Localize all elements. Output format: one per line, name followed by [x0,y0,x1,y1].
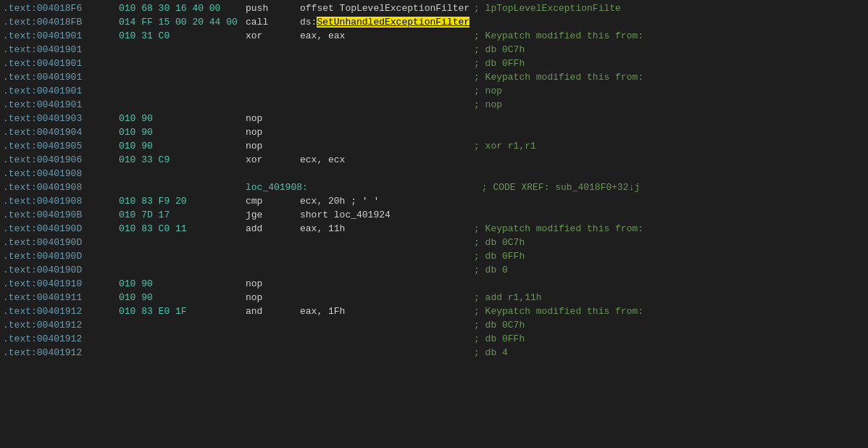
operands-cell: ds:SetUnhandledExceptionFilter [300,15,474,29]
table-row: .text:00401901010 31 C0xoreax, eax; Keyp… [0,29,868,43]
table-row: .text:00401901; db 0FFh [0,57,868,70]
comment-cell: ; Keypatch modified this from: [474,304,643,318]
comment-cell: ; Keypatch modified this from: [474,29,643,43]
bytes-cell: 010 83 E0 1F [119,304,246,318]
table-row: .text:00401901; nop [0,84,868,98]
mnemonic-cell: cmp [246,194,300,208]
operands-cell: offset TopLevelExceptionFilter [300,1,474,15]
address-cell: .text:00401908 [3,194,119,208]
address-cell: .text:00401904 [3,125,119,139]
operands-cell: ecx, ecx [300,153,474,167]
mnemonic-cell: nop [246,125,300,139]
bytes-cell: 010 90 [119,277,246,291]
table-row: .text:004018F6010 68 30 16 40 00pushoffs… [0,1,868,15]
table-row: .text:00401911010 90nop; add r1,11h [0,291,868,304]
bytes-cell: 010 90 [119,125,246,139]
table-row: .text:00401912010 83 E0 1Fandeax, 1Fh; K… [0,304,868,318]
address-cell: .text:0040190B [3,208,119,222]
comment-cell: ; nop [474,98,502,112]
bytes-cell: 010 83 F9 20 [119,194,246,208]
bytes-cell: 010 90 [119,291,246,304]
table-row: .text:0040190B010 7D 17jgeshort loc_4019… [0,208,868,222]
mnemonic-cell: xor [246,29,300,43]
table-row: .text:00401910010 90nop [0,277,868,291]
mnemonic-cell: nop [246,112,300,125]
operands-cell: eax, 11h [300,222,474,236]
comment-cell: ; db 0 [474,263,508,277]
table-row: .text:00401901; nop [0,98,868,112]
table-row: .text:00401908 [0,167,868,181]
address-cell: .text:00401901 [3,98,119,112]
bytes-cell: 010 33 C9 [119,153,246,167]
comment-cell: ; db 0FFh [474,249,525,263]
address-cell: .text:00401910 [3,277,119,291]
table-row: .text:00401903010 90nop [0,112,868,125]
mnemonic-cell: push [246,1,300,15]
table-row: .text:00401912; db 4 [0,346,868,360]
address-cell: .text:00401901 [3,84,119,98]
bytes-cell: 010 7D 17 [119,208,246,222]
table-row: .text:00401901; Keypatch modified this f… [0,70,868,84]
address-cell: .text:00401908 [3,181,119,194]
bytes-cell: 010 68 30 16 40 00 [119,1,246,15]
mnemonic-cell: nop [246,277,300,291]
address-cell: .text:0040190D [3,236,119,249]
mnemonic-cell: add [246,222,300,236]
address-cell: .text:0040190D [3,263,119,277]
comment-cell: ; db 0C7h [474,43,525,57]
comment-cell: ; Keypatch modified this from: [474,222,643,236]
mnemonic-cell: xor [246,153,300,167]
table-row: .text:00401908010 83 F9 20cmpecx, 20h ; … [0,194,868,208]
address-cell: .text:00401903 [3,112,119,125]
comment-cell: ; Keypatch modified this from: [474,70,643,84]
bytes-cell: 010 83 C0 11 [119,222,246,236]
address-cell: .text:00401901 [3,43,119,57]
table-row: .text:0040190D; db 0 [0,263,868,277]
bytes-cell: 010 31 C0 [119,29,246,43]
operands-cell: short loc_401924 [300,208,474,222]
comment-cell: ; xor r1,r1 [474,139,536,153]
table-row: .text:004018FB014 FF 15 00 20 44 00calld… [0,15,868,29]
table-row: .text:00401906010 33 C9xorecx, ecx [0,153,868,167]
comment-cell: ; lpTopLevelExceptionFilte [474,1,621,15]
mnemonic-cell: and [246,304,300,318]
bytes-cell: 014 FF 15 00 20 44 00 [119,15,246,29]
table-row: .text:0040190D010 83 C0 11addeax, 11h; K… [0,222,868,236]
address-cell: .text:00401901 [3,29,119,43]
address-cell: .text:0040190D [3,249,119,263]
operands-cell: eax, eax [300,29,474,43]
table-row: .text:0040190D; db 0C7h [0,236,868,249]
address-cell: .text:00401908 [3,167,119,181]
address-cell: .text:00401911 [3,291,119,304]
address-cell: .text:00401912 [3,332,119,346]
address-cell: .text:004018F6 [3,1,119,15]
comment-cell: ; db 0FFh [474,332,525,346]
mnemonic-cell: call [246,15,300,29]
table-row: .text:00401901; db 0C7h [0,43,868,57]
comment-cell: ; CODE XREF: sub_4018F0+32↓j [482,181,640,194]
table-row: .text:00401912; db 0C7h [0,318,868,332]
table-row: .text:00401912; db 0FFh [0,332,868,346]
bytes-cell: 010 90 [119,139,246,153]
comment-cell: ; nop [474,84,502,98]
address-cell: .text:00401912 [3,346,119,360]
table-row: .text:00401905010 90nop; xor r1,r1 [0,139,868,153]
table-row: .text:00401908loc_401908:; CODE XREF: su… [0,181,868,194]
bytes-cell: 010 90 [119,112,246,125]
address-cell: .text:00401906 [3,153,119,167]
address-cell: .text:00401901 [3,57,119,70]
address-cell: .text:00401912 [3,318,119,332]
mnemonic-cell: nop [246,291,300,304]
table-row: .text:00401904010 90nop [0,125,868,139]
comment-cell: ; db 0C7h [474,318,525,332]
comment-cell: ; db 4 [474,346,508,360]
mnemonic-cell: nop [246,139,300,153]
mnemonic-cell: jge [246,208,300,222]
address-cell: .text:004018FB [3,15,119,29]
operands-cell: ecx, 20h ; ' ' [300,194,474,208]
comment-cell: ; add r1,11h [474,291,542,304]
table-row: .text:0040190D; db 0FFh [0,249,868,263]
address-cell: .text:00401905 [3,139,119,153]
operands-cell: eax, 1Fh [300,304,474,318]
comment-cell: ; db 0C7h [474,236,525,249]
